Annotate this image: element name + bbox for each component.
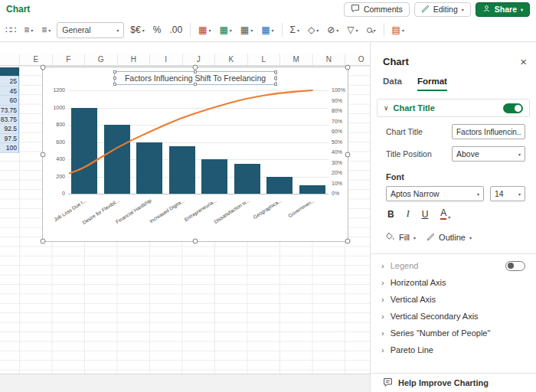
section-vertical-axis[interactable]: ›Vertical Axis [371,291,536,308]
data-cell[interactable]: 92.5 [0,124,19,133]
title-resize-handle[interactable] [113,77,116,80]
editing-button[interactable]: Editing ▾ [414,2,471,17]
legend-toggle[interactable] [505,261,525,271]
autosum-icon[interactable]: Σ▾ [288,21,302,38]
section-label: Horizontal Axis [391,278,446,287]
panel-sections: ›Legend›Horizontal Axis›Vertical Axis›Ve… [371,257,536,358]
title-resize-handle[interactable] [113,70,116,74]
section-legend[interactable]: ›Legend [371,257,536,274]
bold-button[interactable]: B [387,209,394,220]
title-resize-handle[interactable] [194,70,197,74]
column-header-l[interactable]: L [247,54,280,65]
comment-icon [351,4,360,15]
resize-handle[interactable] [345,239,351,244]
column-header-e[interactable]: E [19,54,52,65]
section-label: Pareto Line [391,345,433,354]
title-resize-handle[interactable] [274,70,277,74]
grid[interactable]: 25456073.7583.7592.597.5100 Factors Infl… [0,66,370,374]
decimal-style-icon[interactable]: .00 [167,21,185,38]
data-cell[interactable]: 97.5 [0,134,19,143]
bottom-scroll-area[interactable] [0,374,370,392]
vertical-align-icon[interactable]: ≡▾ [39,21,53,38]
chevron-right-icon: › [381,262,384,270]
outline-label: Outline [439,233,466,242]
italic-button[interactable]: I [407,208,410,220]
chevron-down-icon: ▾ [356,28,358,33]
title-position-value: Above [456,149,479,158]
cell-styles-icon[interactable]: ▦▾ [238,21,255,38]
resize-handle[interactable] [41,65,46,70]
tab-data[interactable]: Data [383,77,402,91]
document-title[interactable]: Chart [6,4,30,15]
data-cell[interactable]: 45 [0,87,19,96]
comments-button[interactable]: Comments [344,2,410,17]
data-cell[interactable]: 60 [0,96,19,105]
find-icon[interactable]: ▾ [364,21,378,38]
data-cell[interactable]: 83.75 [0,115,19,124]
column-header-g[interactable]: G [84,54,117,65]
column-header-k[interactable]: K [214,54,247,65]
sort-filter-icon[interactable]: ▽▾ [345,21,360,38]
resize-handle[interactable] [345,65,351,70]
resize-handle[interactable] [41,239,46,244]
percent-style-icon[interactable]: % [151,21,164,38]
y-axis-tick: 1000 [44,105,65,110]
chart-object[interactable]: Factors Influencing Shift To Freelancing… [42,67,348,242]
format-as-table-icon[interactable]: ▦▾ [217,21,234,38]
section-pareto-line[interactable]: ›Pareto Line [371,341,536,358]
ribbon-toolbar: ∷∷≡▾≡▾General▾$€▾%.00▦▾▦▾▦▾▦▾Σ▾◇▾⊘▾▽▾▾▤▾ [0,18,536,42]
fill-color-icon[interactable]: ◇▾ [306,21,321,38]
section-vertical-secondary-axis[interactable]: ›Vertical Secondary Axis [371,308,536,325]
column-header-h[interactable]: H [117,54,150,65]
fill-button[interactable]: Fill ▾ [386,232,416,243]
chart-title-section-header[interactable]: ∨ Chart Title [377,99,530,117]
column-header-j[interactable]: J [182,54,215,65]
font-row: Aptos Narrow ▾ 14 ▾ [386,186,525,201]
align-icon[interactable]: ≡▾ [21,21,35,38]
title-resize-handle[interactable] [274,83,277,86]
title-position-select[interactable]: Above ▾ [452,146,525,162]
help-improve-charting[interactable]: Help Improve Charting [371,373,536,392]
resize-handle[interactable] [193,239,198,244]
share-button[interactable]: Share ▾ [476,2,530,17]
toggle-knob [515,105,521,112]
column-header-f[interactable]: F [52,54,85,65]
clear-icon[interactable]: ⊘▾ [325,21,341,38]
pareto-line[interactable] [70,90,312,173]
title-resize-handle[interactable] [274,77,277,80]
underline-button[interactable]: U [422,209,429,220]
resize-handle[interactable] [193,65,198,70]
chart-title-input[interactable] [452,124,525,139]
font-family-select[interactable]: Aptos Narrow ▾ [386,186,484,201]
chevron-right-icon: › [381,346,384,354]
currency-format-icon[interactable]: $€▾ [128,21,146,38]
title-resize-handle[interactable] [113,83,116,86]
font-color-button[interactable]: A ▾ [440,208,450,220]
close-icon[interactable]: × [520,56,527,67]
insert-cells-icon[interactable]: ▦▾ [259,21,276,38]
data-cell[interactable]: 100 [0,143,19,152]
tab-format[interactable]: Format [417,77,447,91]
font-size-value: 14 [495,189,504,198]
number-format-select[interactable]: General▾ [57,22,124,38]
chevron-down-icon: ▾ [374,28,376,33]
data-cell[interactable]: 73.75 [0,106,19,115]
outline-button[interactable]: Outline ▾ [427,232,472,243]
toolbar-overflow-icon[interactable]: ∷∷ [3,21,18,38]
column-header-m[interactable]: M [279,54,312,65]
column-header-o[interactable]: O [345,54,370,65]
chart-title[interactable]: Factors Influencing Shift To Freelancing [114,71,276,85]
conditional-formatting-icon[interactable]: ▦▾ [196,21,213,38]
data-cell[interactable]: 25 [0,77,19,86]
title-resize-handle[interactable] [194,83,197,86]
column-header-n[interactable]: N [312,54,345,65]
column-header-i[interactable]: I [149,54,182,65]
section-series-number-of-people[interactable]: ›Series "Number of People" [371,325,536,341]
title-position-label: Title Position [386,149,452,158]
chevron-down-icon: ∨ [384,104,389,112]
font-size-select[interactable]: 14 ▾ [490,186,525,201]
section-horizontal-axis[interactable]: ›Horizontal Axis [371,274,536,291]
selected-header-cell[interactable] [0,67,19,77]
analyze-data-icon[interactable]: ▤▾ [390,21,407,38]
chart-title-toggle[interactable] [503,103,523,113]
